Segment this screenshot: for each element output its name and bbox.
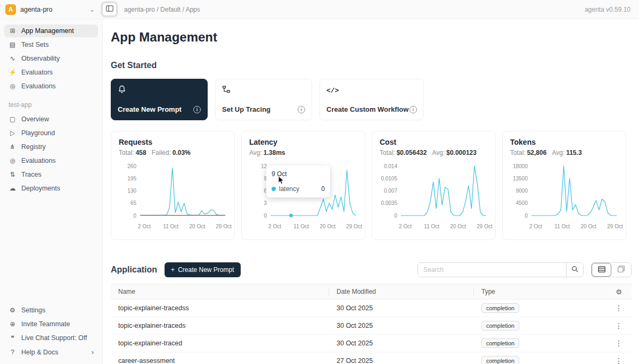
sidebar-top-list: ⊞App Management▤Test Sets∿Observability⚡… <box>4 24 98 94</box>
svg-text:20 Oct: 20 Oct <box>581 224 597 229</box>
sidebar-toggle-button[interactable] <box>102 3 117 16</box>
cell-name: career-assessment <box>111 357 329 364</box>
cell-type: completion <box>474 356 606 364</box>
column-header-date-modified[interactable]: Date Modified <box>329 287 474 296</box>
sidebar-item-evaluations[interactable]: ◎Evaluations <box>4 80 98 93</box>
stat-card-requests[interactable]: RequestsTotal:458Failed:0.03%06513019526… <box>111 131 235 240</box>
stat-meta: Total:52,806Avg:115.3 <box>510 149 618 156</box>
table-row[interactable]: career-assessment27 Oct 2025completion⋮ <box>111 352 632 364</box>
table-row[interactable]: topic-explainer-tracedss30 Oct 2025compl… <box>111 300 632 317</box>
sidebar-item-evaluators[interactable]: ⚡Evaluators <box>4 66 98 79</box>
cell-name: topic-explainer-traced <box>111 340 329 347</box>
workspace-switcher[interactable]: A agenta-pro ⌄ <box>0 4 95 15</box>
workspace-avatar: A <box>5 4 16 15</box>
stat-card-latency[interactable]: LatencyAvg:1.38ms0369122 Oct11 Oct20 Oct… <box>241 131 365 240</box>
stat-label: Avg: <box>432 149 445 156</box>
svg-text:13500: 13500 <box>513 176 528 181</box>
row-menu-kebab-icon[interactable]: ⋮ <box>612 338 626 349</box>
info-icon[interactable]: i <box>193 106 201 113</box>
sidebar-item-registry[interactable]: ⋔Registry <box>4 140 98 153</box>
sidebar-item-label: Observability <box>21 55 60 62</box>
observability-chart-icon: ∿ <box>9 55 17 62</box>
registry-branch-icon: ⋔ <box>9 143 17 151</box>
table-row[interactable]: topic-explainer-traced30 Oct 2025complet… <box>111 335 632 352</box>
cell-date-modified: 30 Oct 2025 <box>329 322 474 329</box>
create-custom-workflow-card[interactable]: </> Create Custom Workflow i <box>320 79 424 120</box>
table-settings-gear-icon[interactable]: ⚙ <box>616 288 622 296</box>
sidebar-item-playground[interactable]: ▷Playground <box>4 127 98 139</box>
sidebar-item-label: Evaluations <box>21 82 56 90</box>
stat-card-tokens[interactable]: TokensTotal:52,806Avg:115.30450090001350… <box>502 131 626 240</box>
breadcrumb: agenta-pro / Default / Apps <box>124 6 200 13</box>
stat-label: Avg: <box>249 149 262 156</box>
card-label: Create New Prompt <box>118 105 182 113</box>
column-header-type[interactable]: Type <box>474 288 606 295</box>
svg-text:3: 3 <box>264 200 267 206</box>
row-menu-kebab-icon[interactable]: ⋮ <box>612 320 626 331</box>
svg-text:2 Oct: 2 Oct <box>399 224 412 229</box>
sidebar-item-label: Settings <box>21 307 45 314</box>
row-menu-kebab-icon[interactable]: ⋮ <box>612 303 626 313</box>
svg-text:2 Oct: 2 Oct <box>529 224 542 229</box>
row-menu-kebab-icon[interactable]: ⋮ <box>612 355 626 364</box>
set-up-tracing-card[interactable]: Set Up Tracing i <box>215 79 312 120</box>
search-button[interactable] <box>566 263 583 277</box>
sidebar-item-live-chat-support-off[interactable]: ❝Live Chat Support: Off <box>4 332 98 344</box>
svg-text:0: 0 <box>133 213 136 219</box>
get-started-heading: Get Started <box>111 61 632 70</box>
cell-actions: ⋮ <box>606 355 632 364</box>
card-view-button[interactable] <box>611 263 631 277</box>
svg-text:0: 0 <box>264 213 267 219</box>
create-new-prompt-card[interactable]: Create New Prompt i <box>111 79 208 120</box>
stat-meta: Avg:1.38ms <box>249 149 357 156</box>
sidebar-item-help-docs[interactable]: ?Help & Docs› <box>4 345 98 359</box>
svg-text:2 Oct: 2 Oct <box>138 224 151 229</box>
cell-name: topic-explainer-traceds <box>111 322 329 329</box>
sidebar-item-label: Evaluations <box>21 157 56 164</box>
stat-label: Failed: <box>152 149 171 156</box>
info-icon[interactable]: i <box>298 106 305 113</box>
sidebar-item-settings[interactable]: ⚙Settings <box>4 304 98 317</box>
chart-tooltip: 9 Octlatency0 <box>266 166 330 197</box>
overview-monitor-icon: ▢ <box>9 115 17 123</box>
test-sets-icon: ▤ <box>9 41 17 48</box>
search-input[interactable] <box>418 263 566 277</box>
info-icon[interactable]: i <box>409 106 417 113</box>
cell-type: completion <box>474 338 606 348</box>
chevron-down-icon: ⌄ <box>89 6 95 13</box>
sidebar-item-traces[interactable]: ⇅Traces <box>4 168 98 181</box>
application-heading: Application <box>111 265 157 275</box>
sidebar-item-test-sets[interactable]: ▤Test Sets <box>4 38 98 51</box>
table-row[interactable]: topic-explainer-traceds30 Oct 2025comple… <box>111 317 632 335</box>
sidebar-item-invite-teammate[interactable]: ⊕Invite Teammate <box>4 318 98 330</box>
sidebar-item-observability[interactable]: ∿Observability <box>4 52 98 65</box>
sidebar-item-deployments[interactable]: ☁Deployments <box>4 182 98 195</box>
svg-text:29 Oct: 29 Oct <box>607 224 623 229</box>
stat-value: $0.000123 <box>446 149 477 156</box>
evaluations-icon: ◎ <box>9 157 17 164</box>
stat-card-cost[interactable]: CostTotal:$0.056432Avg:$0.00012300.00350… <box>372 131 496 240</box>
page-title: App Management <box>111 30 632 45</box>
stat-label: Total: <box>510 149 526 156</box>
table-view-button[interactable] <box>592 263 611 277</box>
stat-meta: Total:458Failed:0.03% <box>119 149 227 156</box>
sidebar-item-overview[interactable]: ▢Overview <box>4 113 98 126</box>
column-header-name[interactable]: Name <box>111 287 329 296</box>
sidebar-item-app-management[interactable]: ⊞App Management <box>4 24 98 37</box>
stat-value: 52,806 <box>527 149 547 156</box>
traces-icon: ⇅ <box>9 171 17 178</box>
svg-text:18000: 18000 <box>513 163 528 169</box>
sidebar-item-evaluations[interactable]: ◎Evaluations <box>4 154 98 167</box>
card-label: Create Custom Workflow <box>326 105 408 113</box>
sidebar-item-label: Live Chat Support: Off <box>21 334 87 342</box>
series-dot <box>272 187 276 191</box>
type-badge: completion <box>481 321 519 330</box>
svg-text:0.0105: 0.0105 <box>381 176 397 181</box>
deployments-cloud-icon: ☁ <box>9 185 17 192</box>
create-new-prompt-button[interactable]: + Create New Prompt <box>165 262 240 277</box>
stat-value: 1.38ms <box>264 149 285 156</box>
type-badge: completion <box>481 356 519 364</box>
chevron-right-icon: › <box>92 348 94 356</box>
evaluations-icon: ◎ <box>9 82 17 90</box>
svg-text:0.007: 0.007 <box>384 188 397 194</box>
